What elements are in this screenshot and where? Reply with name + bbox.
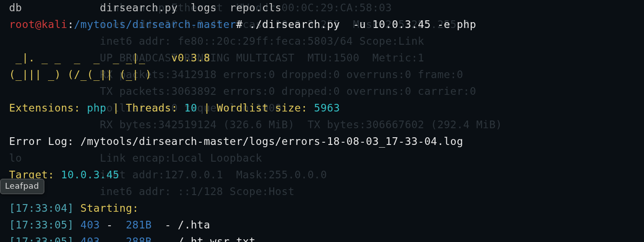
prompt-hash: #: [236, 19, 249, 30]
result-size: 288B: [126, 236, 152, 242]
threads-label: Threads:: [126, 102, 184, 114]
wordlist-value: 5963: [314, 102, 340, 114]
sep: |: [106, 102, 126, 114]
result-code: 403: [80, 236, 100, 242]
sep: |: [197, 102, 217, 114]
leafpad-tooltip: Leafpad: [0, 179, 44, 194]
prompt-sep: :: [67, 19, 74, 30]
threads-value: 10: [184, 102, 197, 114]
result-path: /.ht_wsr.txt: [178, 236, 256, 242]
prev-output: db dirsearch.py logs repo.cls: [9, 2, 282, 14]
wordlist-label: Wordlist size:: [217, 102, 314, 114]
result-code: 403: [80, 219, 100, 231]
terminal-window[interactable]: Link encap:Ethernet HWaddr 00:0C:29:CA:5…: [0, 0, 644, 242]
result-time: [17:33:05]: [9, 236, 80, 242]
banner-line-1: _|. _ _ _ _ _ _|_ v0.3.8: [9, 52, 210, 64]
command: ./dirsearch.py -u 10.0.3.45 -e php: [249, 19, 476, 30]
terminal-output: db dirsearch.py logs repo.cls root@kali:…: [9, 0, 476, 242]
banner-line-2: (_||| _) (/_(_|| (_| ): [9, 69, 152, 80]
result-dash: -: [152, 236, 178, 242]
errorlog-label: Error Log:: [9, 135, 80, 147]
result-dash: -: [152, 219, 178, 231]
extensions-label: Extensions:: [9, 102, 87, 114]
extensions-value: php: [87, 102, 106, 114]
starting-time: [17:33:04]: [9, 202, 80, 214]
result-size: 281B: [126, 219, 152, 231]
result-dash: -: [100, 219, 126, 231]
errorlog-path: /mytools/dirsearch-master/logs/errors-18…: [80, 135, 463, 147]
result-path: /.hta: [178, 219, 210, 231]
prompt-path: /mytools/dirsearch-master: [74, 19, 236, 30]
result-dash: -: [100, 236, 126, 242]
starting-label: Starting:: [80, 202, 139, 214]
target-value: 10.0.3.45: [61, 169, 119, 181]
result-time: [17:33:05]: [9, 219, 80, 231]
prompt-user: root@kali: [9, 19, 67, 30]
